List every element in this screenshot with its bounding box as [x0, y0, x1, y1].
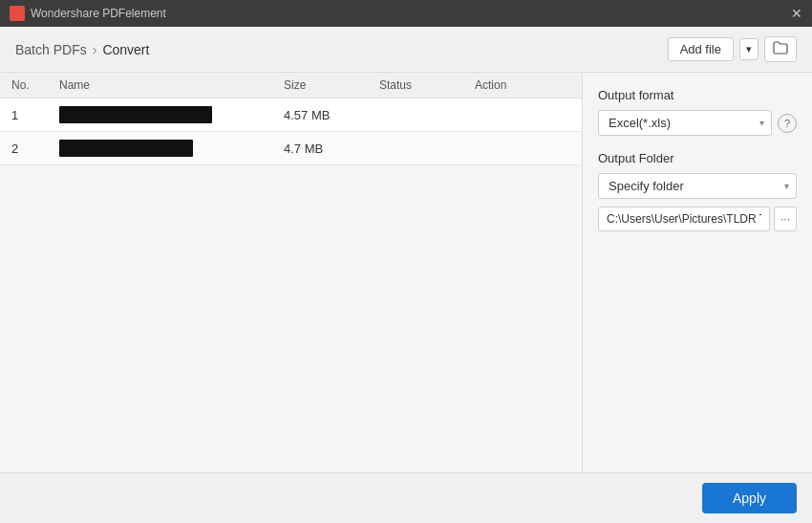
- breadcrumb-parent[interactable]: Batch PDFs: [15, 42, 87, 57]
- format-info-icon[interactable]: ?: [778, 114, 797, 133]
- col-size: Size: [284, 78, 379, 92]
- output-format-label: Output format: [598, 88, 797, 102]
- add-file-button[interactable]: Add file: [668, 37, 734, 61]
- row-1-no: 1: [11, 108, 59, 122]
- row-2-no: 2: [11, 142, 59, 156]
- app-icon: [10, 6, 25, 21]
- format-select-wrapper: Excel(*.xls) Word(*.docx) PowerPoint(*.p…: [598, 110, 772, 136]
- folder-icon-button[interactable]: [764, 36, 797, 62]
- header-bar: Batch PDFs › Convert Add file ▾: [0, 27, 812, 73]
- col-action: Action: [475, 78, 570, 92]
- breadcrumb-separator: ›: [93, 42, 97, 57]
- apply-button[interactable]: Apply: [702, 483, 797, 513]
- folder-select[interactable]: Specify folder Same as source Custom: [598, 173, 797, 199]
- header-actions: Add file ▾: [668, 36, 797, 62]
- table-row: 2 4.7 MB: [0, 132, 582, 165]
- row-2-size: 4.7 MB: [284, 142, 379, 156]
- breadcrumb-current: Convert: [102, 42, 149, 57]
- output-folder-section: Output Folder Specify folder Same as sou…: [598, 151, 797, 231]
- right-panel: Output format Excel(*.xls) Word(*.docx) …: [583, 73, 812, 472]
- main-content: Batch PDFs › Convert Add file ▾ No. Name…: [0, 27, 812, 523]
- folder-icon: [773, 41, 788, 54]
- file-table-header: No. Name Size Status Action: [0, 73, 582, 98]
- format-row: Excel(*.xls) Word(*.docx) PowerPoint(*.p…: [598, 110, 797, 136]
- output-folder-label: Output Folder: [598, 151, 797, 165]
- folder-path-input[interactable]: [598, 207, 770, 231]
- breadcrumb: Batch PDFs › Convert: [15, 42, 149, 57]
- col-no: No.: [11, 78, 59, 92]
- format-select[interactable]: Excel(*.xls) Word(*.docx) PowerPoint(*.p…: [598, 110, 772, 136]
- body-layout: No. Name Size Status Action 1 4.57 MB 2 …: [0, 73, 812, 472]
- file-panel: No. Name Size Status Action 1 4.57 MB 2 …: [0, 73, 583, 472]
- folder-path-row: ···: [598, 207, 797, 231]
- title-bar: Wondershare PDFelement ✕: [0, 0, 812, 27]
- folder-browse-button[interactable]: ···: [774, 207, 797, 231]
- title-bar-left: Wondershare PDFelement: [10, 6, 166, 21]
- row-1-name-redacted: [59, 106, 212, 123]
- col-status: Status: [379, 78, 475, 92]
- col-name: Name: [59, 78, 284, 92]
- add-file-dropdown-button[interactable]: ▾: [739, 38, 759, 60]
- app-title: Wondershare PDFelement: [31, 7, 166, 20]
- row-1-size: 4.57 MB: [284, 108, 379, 122]
- row-2-name-redacted: [59, 140, 193, 157]
- close-button[interactable]: ✕: [791, 6, 802, 21]
- bottom-bar: Apply: [0, 472, 812, 523]
- file-table-body: 1 4.57 MB 2 4.7 MB: [0, 98, 582, 472]
- output-format-section: Output format Excel(*.xls) Word(*.docx) …: [598, 88, 797, 136]
- folder-select-wrapper: Specify folder Same as source Custom ▾: [598, 173, 797, 199]
- table-row: 1 4.57 MB: [0, 98, 582, 132]
